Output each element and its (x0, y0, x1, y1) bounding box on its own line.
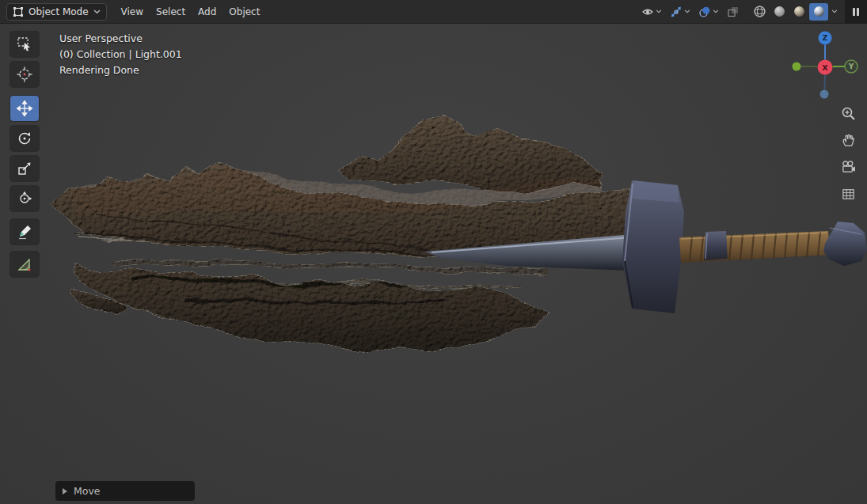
gizmo-axis-z-neg[interactable] (820, 90, 829, 99)
select-box-tool[interactable] (10, 32, 39, 57)
measure-icon (17, 256, 32, 272)
menu-select[interactable]: Select (150, 3, 192, 21)
menu-bar: View Select Add Object (115, 3, 267, 21)
chevron-down-icon (831, 9, 838, 13)
svg-text:Z: Z (823, 33, 828, 42)
viewport-side-controls (838, 103, 858, 204)
shading-mode-group (750, 3, 840, 21)
shading-wireframe-button[interactable] (750, 3, 769, 21)
mode-label: Object Mode (29, 6, 89, 17)
operator-label: Move (74, 485, 101, 497)
sword-model[interactable] (51, 118, 867, 354)
pause-icon[interactable] (851, 7, 861, 17)
select-box-icon (17, 36, 32, 52)
shading-dropdown[interactable] (829, 8, 840, 15)
wireframe-sphere-icon (753, 5, 766, 18)
object-mode-icon (13, 6, 24, 17)
gizmo-axis-z[interactable]: Z (819, 32, 832, 45)
gizmo-axis-y-neg[interactable] (793, 63, 801, 71)
perspective-label: User Perspective (59, 31, 182, 47)
rotate-tool[interactable] (10, 126, 39, 151)
scale-icon (17, 161, 32, 176)
chevron-down-icon (684, 9, 690, 13)
annotate-pen-icon (17, 224, 32, 240)
pan-button[interactable] (838, 130, 858, 150)
annotate-tool[interactable] (10, 219, 39, 244)
move-icon (17, 100, 32, 116)
3d-cursor-icon (17, 66, 32, 82)
orthographic-grid-icon (841, 187, 856, 202)
navigation-gizmo[interactable]: Z X Y (790, 30, 865, 103)
hand-icon (841, 133, 856, 148)
gizmo-axis-x[interactable]: X (818, 60, 833, 75)
overlays-icon (698, 6, 711, 18)
operator-panel[interactable]: Move (55, 481, 195, 501)
zoom-icon (841, 106, 856, 121)
blender-window: Object Mode View Select Add Object (0, 0, 867, 504)
scale-tool[interactable] (10, 156, 39, 181)
transform-icon (17, 191, 32, 207)
active-object-label: (0) Collection | Light.001 (59, 47, 182, 63)
header-right-controls (639, 3, 845, 21)
move-tool[interactable] (10, 96, 39, 121)
tool-shelf (10, 32, 39, 282)
projection-toggle-button[interactable] (838, 184, 858, 204)
menu-view[interactable]: View (115, 3, 150, 21)
xray-icon (727, 6, 740, 18)
gizmo-icon (670, 6, 683, 18)
rotate-icon (17, 131, 32, 146)
toggle-xray-button[interactable] (724, 4, 742, 20)
chevron-down-icon (93, 9, 101, 14)
cursor-tool[interactable] (10, 62, 39, 87)
show-overlays-toggle[interactable] (696, 4, 721, 20)
zoom-button[interactable] (838, 103, 858, 123)
header-corner (845, 0, 867, 24)
shading-material-button[interactable] (789, 3, 808, 21)
viewport-header: Object Mode View Select Add Object (0, 0, 867, 24)
camera-icon (841, 160, 856, 175)
eye-icon (641, 6, 654, 18)
menu-object[interactable]: Object (222, 3, 266, 21)
material-sphere-icon (793, 5, 806, 18)
transform-tool[interactable] (10, 186, 39, 211)
show-gizmos-toggle[interactable] (667, 4, 693, 20)
svg-text:Y: Y (848, 63, 854, 70)
viewport-canvas (0, 24, 867, 504)
measure-tool[interactable] (10, 252, 39, 277)
chevron-down-icon (656, 9, 662, 13)
mode-selector[interactable]: Object Mode (6, 3, 107, 21)
gizmo-axis-y[interactable]: Y (845, 60, 857, 73)
menu-add[interactable]: Add (192, 3, 222, 21)
shading-solid-button[interactable] (770, 3, 789, 21)
render-status-label: Rendering Done (59, 63, 182, 78)
shading-rendered-button[interactable] (809, 3, 828, 21)
camera-view-button[interactable] (838, 157, 858, 177)
solid-sphere-icon (773, 5, 786, 18)
viewport-info: User Perspective (0) Collection | Light.… (59, 31, 182, 78)
rendered-sphere-icon (812, 5, 826, 18)
chevron-down-icon (713, 9, 719, 13)
expand-arrow-icon (63, 488, 67, 495)
viewport-3d[interactable]: User Perspective (0) Collection | Light.… (0, 24, 867, 504)
svg-text:X: X (822, 63, 828, 72)
object-visibility-dropdown[interactable] (639, 4, 664, 20)
